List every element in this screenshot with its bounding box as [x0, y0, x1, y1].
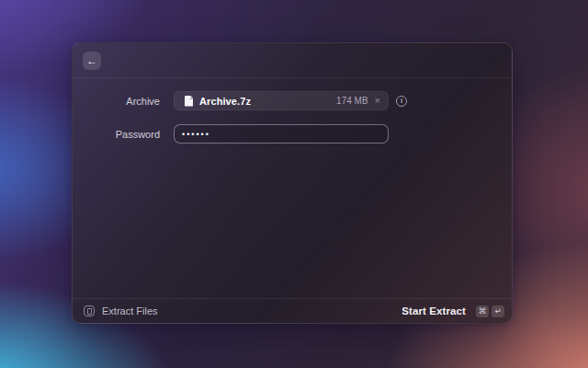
password-input[interactable]	[174, 124, 389, 144]
info-icon[interactable]: i	[396, 96, 407, 107]
command-key-icon[interactable]: ⌘	[476, 305, 489, 317]
footer-right-group: Start Extract ⌘ ↵	[401, 305, 504, 317]
window-body-spacer	[73, 157, 512, 298]
extract-files-icon	[84, 305, 95, 316]
window-header: ←	[73, 43, 512, 78]
extract-files-icon-doc	[87, 308, 92, 315]
footer-action-label: Extract Files	[102, 305, 158, 316]
remove-archive-icon[interactable]: ×	[375, 96, 380, 106]
start-extract-button[interactable]: Start Extract	[401, 305, 466, 316]
archive-filename: Archive.7z	[199, 96, 251, 107]
return-key-icon[interactable]: ↵	[492, 305, 504, 317]
document-icon	[185, 96, 193, 107]
extract-form: Archive Archive.7z 174 MB × i Password	[73, 78, 512, 157]
archive-label: Archive	[73, 96, 174, 107]
back-button[interactable]: ←	[83, 52, 101, 70]
archive-row: Archive Archive.7z 174 MB × i	[73, 91, 512, 110]
archive-file-chip[interactable]: Archive.7z 174 MB ×	[174, 91, 389, 110]
extract-window: ← Archive Archive.7z 174 MB × i Password…	[72, 42, 513, 324]
archive-size: 174 MB	[336, 96, 368, 106]
password-label: Password	[73, 129, 174, 140]
password-row: Password	[73, 124, 512, 144]
window-footer: Extract Files Start Extract ⌘ ↵	[73, 298, 512, 323]
